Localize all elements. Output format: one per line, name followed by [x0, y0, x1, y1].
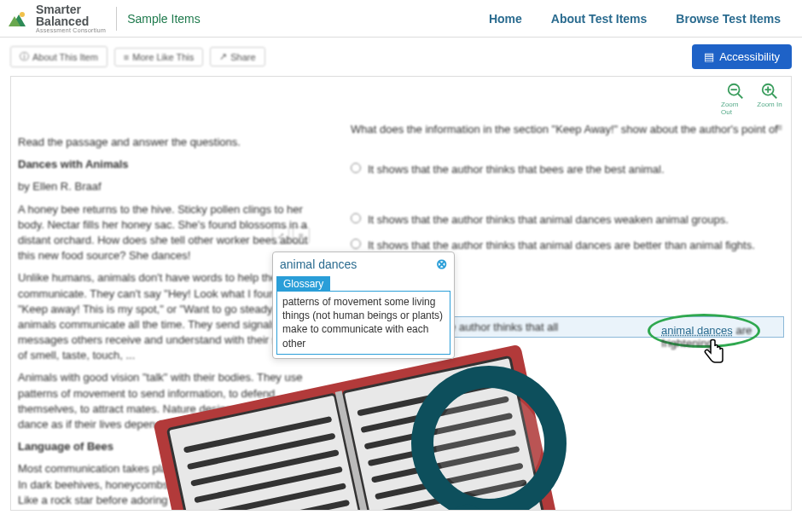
brand-line1: Smarter — [36, 3, 106, 15]
zoom-in-icon — [760, 82, 779, 101]
passage-byline: by Ellen R. Braaf — [18, 179, 317, 194]
zoom-out-button[interactable]: Zoom Out — [721, 82, 750, 116]
option-a[interactable]: It shows that the author thinks that bee… — [351, 159, 784, 179]
more-like-this-button[interactable]: ≡More Like This — [114, 48, 203, 66]
book-magnifier-illustration — [148, 341, 625, 511]
svg-line-4 — [738, 94, 743, 99]
sample-items-label[interactable]: Sample Items — [127, 12, 200, 26]
item-viewer: Zoom Out Zoom In ≡ ⤢ ≡ Read the passage … — [10, 76, 792, 511]
nav-about[interactable]: About Test Items — [551, 12, 648, 26]
header: Smarter Balanced Assessment Consortium S… — [0, 0, 802, 38]
nav-browse[interactable]: Browse Test Items — [676, 12, 781, 26]
glossary-popup-title: animal dances — [280, 257, 357, 271]
zoom-out-icon — [726, 82, 745, 101]
info-icon: ⓘ — [20, 50, 29, 63]
glossary-definition: patterns of movement some living things … — [276, 291, 450, 355]
brand-line2: Balanced — [36, 15, 106, 27]
svg-point-2 — [20, 12, 25, 17]
item-toolbar: ⓘAbout This Item ≡More Like This ↗Share — [10, 46, 265, 67]
nav-home[interactable]: Home — [489, 12, 522, 26]
pointer-cursor-icon — [700, 336, 729, 370]
list-icon: ≡ — [124, 52, 129, 62]
glossary-tab[interactable]: Glossary — [276, 276, 330, 292]
logo-icon — [9, 8, 31, 30]
header-divider — [116, 7, 117, 31]
share-button[interactable]: ↗Share — [210, 47, 264, 66]
question-stem: What does the information in the section… — [351, 119, 784, 139]
svg-point-36 — [436, 390, 542, 496]
brand-line3: Assessment Consortium — [36, 27, 106, 33]
accessibility-button[interactable]: ▤Accessibility — [692, 44, 792, 69]
question-pane: What does the information in the section… — [351, 119, 784, 260]
zoom-controls: Zoom Out Zoom In — [721, 82, 784, 116]
close-icon[interactable]: ⊗ — [436, 256, 447, 272]
zoom-in-button[interactable]: Zoom In — [755, 82, 784, 116]
about-item-button[interactable]: ⓘAbout This Item — [10, 46, 108, 67]
top-nav: Home About Test Items Browse Test Items — [489, 12, 793, 26]
svg-line-7 — [772, 94, 777, 99]
share-icon: ↗ — [219, 51, 227, 62]
accessibility-icon: ▤ — [704, 50, 714, 63]
logo[interactable]: Smarter Balanced Assessment Consortium — [9, 3, 106, 33]
glossary-popup: animal dances ⊗ Glossary patterns of mov… — [272, 252, 455, 359]
passage-title: Dances with Animals — [18, 157, 317, 172]
option-c[interactable]: It shows that the author thinks that ani… — [351, 210, 784, 229]
passage-instruction: Read the passage and answer the question… — [18, 135, 317, 150]
